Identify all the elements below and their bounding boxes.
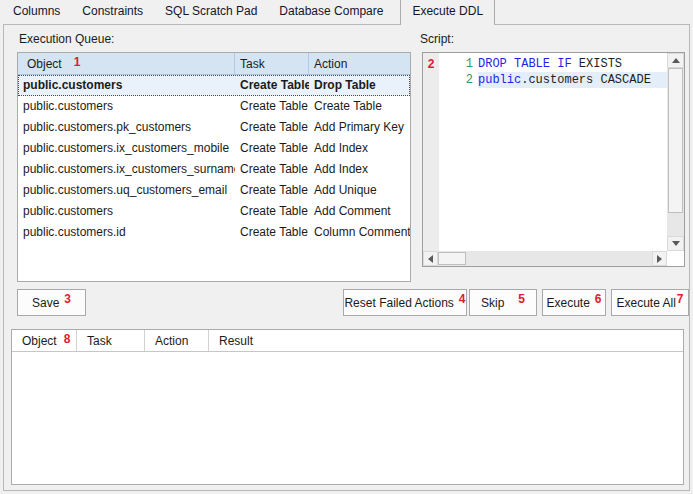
scroll-left-button[interactable] bbox=[423, 251, 438, 266]
arrow-left-icon bbox=[428, 255, 433, 263]
queue-header-action[interactable]: Action bbox=[309, 53, 410, 74]
arrow-right-icon bbox=[657, 255, 662, 263]
queue-row[interactable]: public.customers.ix_customers_mobileCrea… bbox=[18, 138, 410, 159]
queue-cell-task: Create Table bbox=[235, 75, 309, 96]
code-text: public.customers CASCADE bbox=[478, 72, 667, 88]
results-header-object-label: Object bbox=[22, 334, 57, 348]
script-horizontal-scrollbar[interactable] bbox=[423, 251, 667, 266]
scroll-up-button[interactable] bbox=[667, 53, 684, 68]
results-header-task[interactable]: Task bbox=[77, 330, 145, 351]
queue-cell-object: public.customers.ix_customers_surname bbox=[18, 159, 235, 180]
script-vertical-scrollbar[interactable] bbox=[667, 53, 684, 251]
queue-cell-object: public.customers.id bbox=[18, 222, 235, 243]
scroll-down-button[interactable] bbox=[667, 236, 684, 251]
queue-cell-task: Create Table bbox=[235, 159, 309, 180]
queue-cell-task: Create Table bbox=[235, 222, 309, 243]
scroll-right-button[interactable] bbox=[652, 251, 667, 266]
queue-row[interactable]: public.customers.ix_customers_surnameCre… bbox=[18, 159, 410, 180]
queue-cell-object: public.customers bbox=[18, 96, 235, 117]
annotation-1: 1 bbox=[74, 55, 81, 69]
queue-body: public.customersCreate TableDrop Tablepu… bbox=[18, 75, 410, 243]
code-line: 1DROP TABLE IF EXISTS bbox=[439, 56, 667, 72]
queue-cell-object: public.customers bbox=[18, 75, 235, 96]
queue-cell-object: public.customers.uq_customers_email bbox=[18, 180, 235, 201]
arrow-up-icon bbox=[672, 58, 680, 63]
script-label: Script: bbox=[420, 32, 454, 46]
reset-failed-actions-label: Reset Failed Actions bbox=[344, 296, 453, 310]
queue-cell-task: Create Table bbox=[235, 96, 309, 117]
annotation-2: 2 bbox=[428, 57, 435, 71]
results-table: Object8 Task Action Result bbox=[11, 329, 684, 485]
queue-cell-object: public.customers bbox=[18, 201, 235, 222]
execute-all-button[interactable]: Execute All7 bbox=[611, 289, 689, 316]
queue-header-object-label: Object bbox=[27, 57, 62, 71]
line-number: 1 bbox=[439, 56, 473, 72]
queue-row[interactable]: public.customers.idCreate TableColumn Co… bbox=[18, 222, 410, 243]
queue-header-object[interactable]: Object1 bbox=[18, 53, 235, 74]
results-body bbox=[12, 352, 683, 484]
code-line: 2public.customers CASCADE bbox=[439, 72, 667, 88]
queue-cell-action: Drop Table bbox=[309, 75, 410, 96]
execute-ddl-panel: Execution Queue: Script: Object1 Task Ac… bbox=[3, 24, 690, 491]
queue-cell-task: Create Table bbox=[235, 138, 309, 159]
annotation-6: 6 bbox=[595, 292, 602, 306]
queue-cell-action: Column Comment bbox=[309, 222, 410, 243]
results-header-object[interactable]: Object8 bbox=[12, 330, 77, 351]
queue-row[interactable]: public.customers.pk_customersCreate Tabl… bbox=[18, 117, 410, 138]
queue-cell-object: public.customers.ix_customers_mobile bbox=[18, 138, 235, 159]
annotation-5: 5 bbox=[518, 292, 525, 306]
save-button-label: Save bbox=[32, 296, 59, 310]
queue-cell-action: Add Comment bbox=[309, 201, 410, 222]
execute-all-button-label: Execute All bbox=[616, 296, 675, 310]
line-number: 2 bbox=[439, 72, 473, 88]
script-editor[interactable]: 2 1DROP TABLE IF EXISTS2public.customers… bbox=[422, 52, 685, 267]
vertical-scroll-thumb[interactable] bbox=[668, 68, 683, 213]
tab-constraints[interactable]: Constraints bbox=[71, 0, 154, 24]
annotation-8: 8 bbox=[64, 332, 71, 346]
queue-cell-action: Create Table bbox=[309, 96, 410, 117]
tab-sql-scratch-pad[interactable]: SQL Scratch Pad bbox=[154, 0, 268, 24]
execute-button[interactable]: Execute6 bbox=[542, 289, 606, 316]
scrollbar-corner bbox=[667, 251, 684, 266]
annotation-3: 3 bbox=[64, 292, 71, 306]
execution-queue-table: Object1 Task Action public.customersCrea… bbox=[17, 52, 411, 282]
results-header-action[interactable]: Action bbox=[145, 330, 209, 351]
queue-cell-action: Add Index bbox=[309, 138, 410, 159]
skip-button[interactable]: Skip5 bbox=[469, 289, 537, 316]
tab-columns[interactable]: Columns bbox=[2, 0, 71, 24]
horizontal-scroll-thumb[interactable] bbox=[438, 252, 466, 265]
queue-cell-task: Create Table bbox=[235, 201, 309, 222]
queue-cell-task: Create Table bbox=[235, 117, 309, 138]
save-button[interactable]: Save3 bbox=[17, 289, 86, 316]
code-area[interactable]: 1DROP TABLE IF EXISTS2public.customers C… bbox=[439, 53, 667, 251]
execution-queue-label: Execution Queue: bbox=[19, 32, 114, 46]
queue-cell-task: Create Table bbox=[235, 180, 309, 201]
script-gutter: 2 bbox=[423, 53, 439, 251]
code-text: DROP TABLE IF EXISTS bbox=[478, 56, 667, 72]
queue-header: Object1 Task Action bbox=[18, 53, 410, 75]
queue-row[interactable]: public.customersCreate TableCreate Table bbox=[18, 96, 410, 117]
queue-cell-action: Add Primary Key bbox=[309, 117, 410, 138]
queue-row[interactable]: public.customersCreate TableDrop Table bbox=[18, 75, 410, 96]
annotation-7: 7 bbox=[677, 292, 684, 306]
arrow-down-icon bbox=[672, 241, 680, 246]
queue-row[interactable]: public.customers.uq_customers_emailCreat… bbox=[18, 180, 410, 201]
queue-cell-action: Add Unique bbox=[309, 180, 410, 201]
tab-execute-ddl[interactable]: Execute DDL bbox=[400, 0, 495, 25]
queue-header-task[interactable]: Task bbox=[235, 53, 309, 74]
queue-row[interactable]: public.customersCreate TableAdd Comment bbox=[18, 201, 410, 222]
results-header-result[interactable]: Result bbox=[209, 330, 683, 351]
reset-failed-actions-button[interactable]: Reset Failed Actions4 bbox=[343, 289, 467, 316]
results-header: Object8 Task Action Result bbox=[12, 330, 683, 352]
tab-database-compare[interactable]: Database Compare bbox=[268, 0, 394, 24]
queue-cell-object: public.customers.pk_customers bbox=[18, 117, 235, 138]
annotation-4: 4 bbox=[459, 292, 466, 306]
execute-button-label: Execute bbox=[546, 296, 589, 310]
queue-cell-action: Add Index bbox=[309, 159, 410, 180]
skip-button-label: Skip bbox=[481, 296, 504, 310]
tab-bar: ColumnsConstraintsSQL Scratch PadDatabas… bbox=[2, 0, 495, 24]
